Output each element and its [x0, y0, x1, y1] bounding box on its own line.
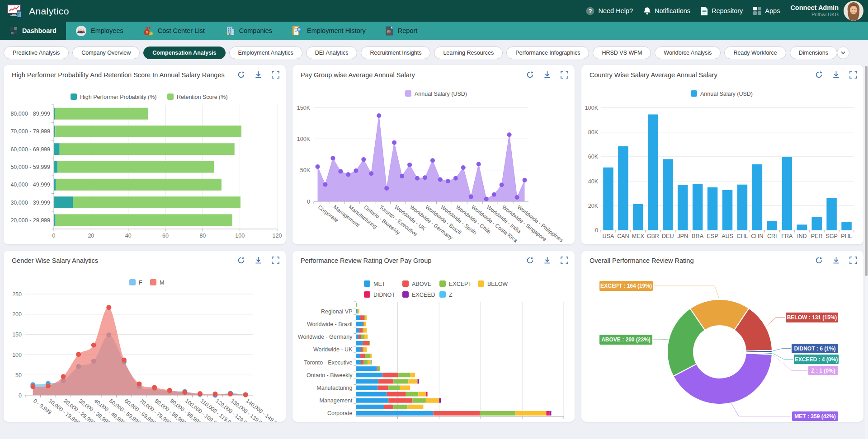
svg-text:0: 0	[595, 227, 598, 234]
download-icon[interactable]	[543, 257, 551, 264]
svg-text:MET : 359 (42%): MET : 359 (42%)	[794, 413, 835, 420]
chip-ready-workforce[interactable]: Ready Workforce	[724, 47, 786, 59]
tab-report[interactable]: Report	[376, 22, 428, 40]
svg-text:Corporate: Corporate	[327, 410, 353, 416]
svg-text:EXCEED : 4 (0%): EXCEED : 4 (0%)	[795, 356, 838, 363]
svg-text:M: M	[160, 280, 164, 286]
refresh-icon[interactable]	[526, 71, 534, 79]
notifications-button[interactable]: Notifications	[643, 7, 690, 15]
svg-text:F: F	[139, 280, 142, 286]
download-icon[interactable]	[543, 71, 551, 79]
chip-learning-resources[interactable]: Learning Resources	[434, 47, 503, 59]
refresh-icon[interactable]	[237, 257, 245, 264]
legend-item-retention-score-[interactable]: Retention Score (%)	[167, 93, 228, 100]
svg-text:20,000 - 29,999: 20,000 - 29,999	[10, 217, 50, 224]
svg-text:?: ?	[589, 8, 592, 14]
chip-compensation-analysis[interactable]: Compensation Analysis	[143, 47, 225, 59]
svg-text:CHL: CHL	[736, 233, 748, 239]
svg-text:80K: 80K	[588, 129, 599, 135]
download-icon[interactable]	[832, 71, 840, 79]
svg-text:AUS: AUS	[722, 233, 733, 239]
svg-text:0: 0	[52, 233, 56, 239]
app-logo-icon	[7, 4, 24, 18]
card-actions	[526, 257, 568, 264]
chart-overall-performance: EXCEPT : 164 (19%)BELOW : 131 (15%)DIDNO…	[581, 251, 863, 422]
card-title: Gender Wise Salary Analytics	[12, 257, 229, 264]
repository-button[interactable]: Repository	[701, 7, 743, 15]
companies-icon	[225, 26, 235, 36]
chips-expand-button[interactable]	[837, 47, 849, 59]
svg-text:60K: 60K	[588, 154, 599, 160]
chip-hrsd-vs-wfm[interactable]: HRSD VS WFM	[593, 47, 651, 59]
svg-text:Z: Z	[449, 292, 453, 298]
chip-dimensions[interactable]: Dimensions	[790, 47, 837, 59]
fullscreen-icon[interactable]	[561, 257, 568, 264]
fullscreen-icon[interactable]	[272, 71, 279, 79]
scrollbar-thumb[interactable]	[865, 66, 868, 276]
download-icon[interactable]	[832, 257, 840, 264]
tab-companies[interactable]: Companies	[215, 22, 282, 40]
legend-item-high-performer-probability-[interactable]: High Performer Probability (%)	[71, 93, 157, 100]
refresh-icon[interactable]	[815, 71, 823, 79]
apps-button[interactable]: Apps	[753, 7, 780, 15]
donut-label-met: MET : 359 (42%)	[792, 411, 838, 421]
legend-item-annual-salary-usd-[interactable]: Annual Salary (USD)	[691, 90, 753, 97]
legend-item-met[interactable]: MET	[364, 280, 386, 287]
legend-item-below[interactable]: BELOW	[478, 280, 508, 287]
chart-gender-salary: FM0501001502002500 - 9,99910,000 - 19,99…	[4, 251, 286, 422]
tab-label: Employees	[91, 27, 123, 34]
card-title: High Performer Probability And Retention…	[12, 71, 229, 79]
legend-item-annual-salary-usd-[interactable]: Annual Salary (USD)	[405, 90, 467, 97]
fullscreen-icon[interactable]	[272, 257, 279, 264]
tab-employment-history[interactable]: Employment History	[282, 22, 376, 40]
legend-item-didnot[interactable]: DIDNOT	[364, 291, 395, 298]
svg-text:Management: Management	[320, 397, 353, 404]
chip-workforce-analysis[interactable]: Workforce Analysis	[655, 47, 721, 59]
legend-item-m[interactable]: M	[150, 279, 164, 286]
help-icon: ?	[586, 7, 594, 15]
chip-dei-analytics[interactable]: DEI Analytics	[306, 47, 358, 59]
repository-label: Repository	[712, 7, 743, 14]
donut-label-except: EXCEPT : 164 (19%)	[599, 281, 653, 291]
svg-text:150: 150	[12, 332, 22, 338]
chip-recruitment-insights[interactable]: Recruitment Insights	[361, 47, 430, 59]
download-icon[interactable]	[255, 257, 262, 264]
tab-employees[interactable]: Employees	[66, 22, 133, 40]
chip-performance-infographics[interactable]: Performance Infographics	[506, 47, 589, 59]
tab-label: Dashboard	[22, 27, 57, 34]
svg-text:Worldwide - Germany: Worldwide - Germany	[298, 334, 353, 340]
legend-item-except[interactable]: EXCEPT	[439, 280, 472, 287]
svg-text:40,000 - 49,999: 40,000 - 49,999	[10, 182, 50, 188]
tab-dashboard[interactable]: Dashboard	[0, 22, 66, 40]
legend-item-z[interactable]: Z	[439, 291, 453, 298]
refresh-icon[interactable]	[815, 257, 823, 264]
help-button[interactable]: ? Need Help?	[586, 7, 633, 15]
employment-history-icon	[292, 26, 302, 36]
chip-employment-analytics[interactable]: Employment Analytics	[229, 47, 302, 59]
card-gender-salary: FM0501001502002500 - 9,99910,000 - 19,99…	[4, 251, 286, 422]
legend-item-f[interactable]: F	[129, 279, 142, 286]
fullscreen-icon[interactable]	[849, 257, 857, 264]
legend-item-above[interactable]: ABOVE	[402, 280, 431, 287]
chip-predictive-analysis[interactable]: Predictive Analysis	[4, 47, 69, 59]
tab-cost-center-list[interactable]: $ Cost Center List	[133, 22, 215, 40]
dashboard-icon	[10, 27, 18, 34]
legend-item-exceed[interactable]: EXCEED	[402, 291, 435, 298]
download-icon[interactable]	[255, 71, 262, 79]
chip-company-overview[interactable]: Company Overview	[72, 47, 140, 59]
svg-text:BELOW: BELOW	[487, 281, 508, 287]
refresh-icon[interactable]	[526, 257, 534, 264]
refresh-icon[interactable]	[237, 71, 245, 79]
user-info: Connect Admin Prithwi UKG	[790, 4, 839, 18]
svg-text:40: 40	[125, 233, 132, 239]
fullscreen-icon[interactable]	[561, 71, 568, 79]
donut-label-z: Z : 1 (0%)	[808, 366, 838, 375]
svg-text:MEX: MEX	[632, 233, 645, 239]
svg-text:JPN: JPN	[677, 233, 688, 239]
svg-text:Retention Score (%): Retention Score (%)	[177, 94, 228, 100]
avatar[interactable]	[844, 1, 863, 21]
fullscreen-icon[interactable]	[849, 71, 857, 79]
svg-text:80,000 - 89,999: 80,000 - 89,999	[10, 111, 50, 117]
employees-icon	[76, 26, 86, 36]
main-nav: Dashboard Employees $ Cost Center List	[0, 22, 868, 40]
